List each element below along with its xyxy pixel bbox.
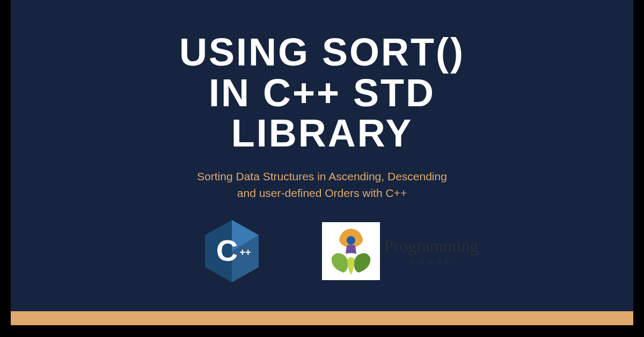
title-line-1: USING SORT() xyxy=(179,32,465,73)
title-line-2: IN C++ STD xyxy=(179,73,465,114)
cpp-plus-plus: ++ xyxy=(239,247,251,258)
title-line-3: LIBRARY xyxy=(179,113,465,154)
promotional-banner: USING SORT() IN C++ STD LIBRARY Sorting … xyxy=(11,0,633,325)
subtitle-line-2: and user-defined Orders with C++ xyxy=(197,185,447,202)
leaf-person-icon xyxy=(324,224,378,278)
subtitle-line-1: Sorting Data Structures in Ascending, De… xyxy=(197,168,447,185)
footer-accent-bar xyxy=(11,311,633,325)
cpp-logo-icon: C ++ xyxy=(203,219,260,283)
programming-house-text: Programming HOUSE xyxy=(384,236,479,266)
subtitle: Sorting Data Structures in Ascending, De… xyxy=(197,168,447,202)
logo-row: C ++ Programming HOUSE xyxy=(203,219,479,283)
programming-house-main: Programming xyxy=(384,236,479,256)
main-title: USING SORT() IN C++ STD LIBRARY xyxy=(179,32,465,154)
cpp-hexagon-icon: C ++ xyxy=(203,219,260,283)
programming-house-logo: Programming HOUSE xyxy=(322,222,479,280)
cpp-letter: C xyxy=(216,233,237,267)
svg-point-3 xyxy=(347,236,355,245)
programming-house-icon xyxy=(322,222,380,280)
programming-house-sub: HOUSE xyxy=(384,257,479,266)
